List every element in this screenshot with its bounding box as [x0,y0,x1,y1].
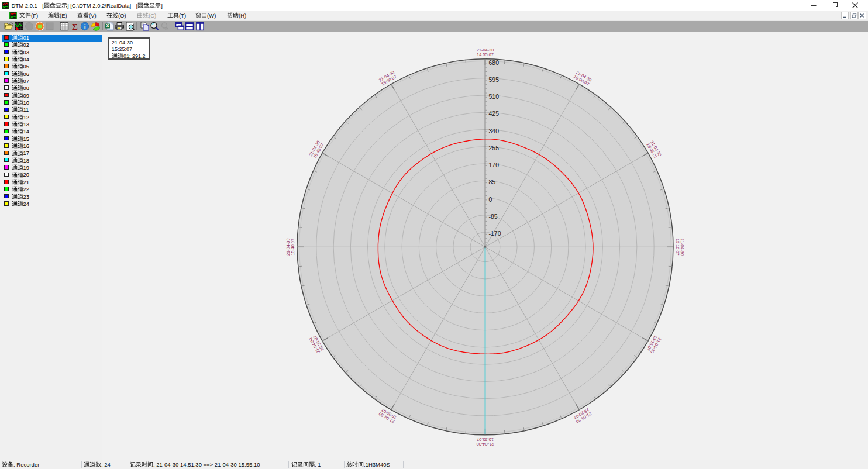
svg-text:15:25:07: 15:25:07 [477,436,494,442]
svg-text:0: 0 [489,195,492,202]
svg-text:255: 255 [489,144,500,151]
svg-text:595: 595 [489,75,500,82]
svg-text:15:40:07: 15:40:07 [290,238,295,255]
svg-text:15:10:07: 15:10:07 [675,238,680,255]
svg-text:425: 425 [489,110,500,117]
svg-text:-170: -170 [489,230,501,237]
svg-text:-85: -85 [489,212,498,219]
svg-text:340: 340 [489,127,500,134]
svg-text:680: 680 [489,58,500,65]
svg-text:170: 170 [489,161,500,168]
svg-text:510: 510 [489,93,500,100]
svg-text:Σ: Σ [72,22,78,32]
svg-text:X: X [106,23,109,29]
svg-text:85: 85 [489,178,496,185]
svg-text:14:55:07: 14:55:07 [477,51,494,57]
